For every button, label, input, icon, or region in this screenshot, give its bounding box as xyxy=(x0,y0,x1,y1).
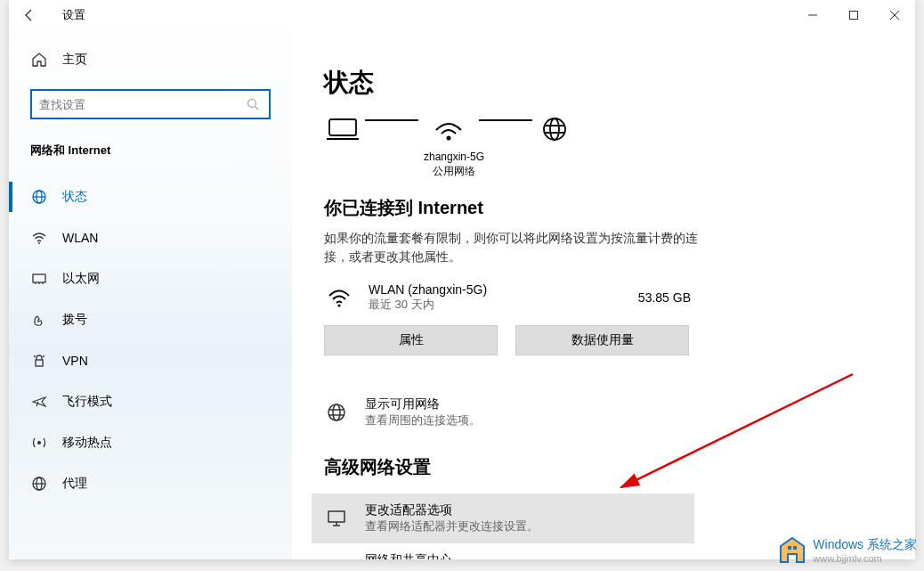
svg-point-13 xyxy=(34,355,36,357)
device-icon xyxy=(324,114,361,144)
svg-point-26 xyxy=(337,305,340,307)
sidebar-nav: 状态 WLAN 以太网 拨号 VPN xyxy=(9,176,292,504)
proxy-icon xyxy=(30,476,48,492)
minimize-button[interactable] xyxy=(792,0,833,30)
svg-point-27 xyxy=(328,404,344,420)
watermark-url: www.bjjmlv.com xyxy=(813,553,917,564)
sidebar-item-hotspot[interactable]: 移动热点 xyxy=(9,422,292,463)
watermark-text: Windows 系统之家 www.bjjmlv.com xyxy=(813,537,917,564)
body: 主页 网络和 Internet 状态 WLAN xyxy=(9,30,915,559)
svg-rect-19 xyxy=(329,119,356,135)
sidebar-item-label: 代理 xyxy=(62,476,87,492)
wifi-node-icon xyxy=(422,114,475,144)
dialup-icon xyxy=(30,312,48,328)
watermark: Windows 系统之家 www.bjjmlv.com xyxy=(777,535,917,566)
monitor-icon xyxy=(324,508,349,529)
titlebar: 设置 xyxy=(9,0,915,30)
sidebar-item-label: 移动热点 xyxy=(62,435,112,451)
home-icon xyxy=(30,52,48,68)
wlan-usage-row: WLAN (zhangxin-5G) 最近 30 天内 53.85 GB xyxy=(324,282,698,313)
sidebar-item-dialup[interactable]: 拨号 xyxy=(9,299,292,340)
wlan-period: 最近 30 天内 xyxy=(369,297,624,313)
search-wrap xyxy=(9,89,292,119)
watermark-brand: Windows 系统之家 xyxy=(813,537,917,553)
connector-line xyxy=(479,119,532,121)
main-content: 状态 zhangxin-5G 公用网络 你已连接到 Internet 如果 xyxy=(292,30,915,559)
svg-point-21 xyxy=(447,136,451,141)
sidebar-item-proxy[interactable]: 代理 xyxy=(9,463,292,504)
settings-window: 设置 主页 xyxy=(9,0,915,559)
sidebar: 主页 网络和 Internet 状态 WLAN xyxy=(9,30,292,559)
sidebar-item-label: WLAN xyxy=(62,231,98,245)
svg-rect-31 xyxy=(328,511,344,522)
network-caption: zhangxin-5G 公用网络 xyxy=(324,150,584,178)
page-title: 状态 xyxy=(324,66,883,100)
home-button[interactable]: 主页 xyxy=(9,46,292,73)
wlan-usage-amount: 53.85 GB xyxy=(638,290,691,305)
hotspot-icon xyxy=(30,435,48,451)
sidebar-item-label: 以太网 xyxy=(62,271,100,287)
sidebar-item-label: 拨号 xyxy=(62,312,87,328)
sidebar-item-wlan[interactable]: WLAN xyxy=(9,217,292,258)
maximize-button[interactable] xyxy=(833,0,874,30)
network-icon xyxy=(324,558,349,559)
wifi-icon xyxy=(324,287,354,308)
connector-line xyxy=(365,119,418,121)
globe-icon xyxy=(324,402,349,423)
back-button[interactable] xyxy=(9,0,50,30)
svg-rect-1 xyxy=(850,12,858,20)
window-title: 设置 xyxy=(62,7,85,23)
sidebar-item-ethernet[interactable]: 以太网 xyxy=(9,258,292,299)
sidebar-section-label: 网络和 Internet xyxy=(9,143,292,159)
svg-point-14 xyxy=(43,355,45,357)
close-icon xyxy=(890,11,899,20)
wlan-info: WLAN (zhangxin-5G) 最近 30 天内 xyxy=(369,282,624,313)
data-usage-button[interactable]: 数据使用量 xyxy=(515,325,689,355)
svg-rect-39 xyxy=(793,546,797,550)
wifi-icon xyxy=(30,230,48,246)
globe-icon xyxy=(536,114,573,144)
link-text: 网络和共享中心 根据所连接到的网络，决定要共享的内容。 xyxy=(365,552,585,559)
network-name: zhangxin-5G xyxy=(324,150,584,164)
sidebar-item-status[interactable]: 状态 xyxy=(9,176,292,217)
watermark-logo-icon xyxy=(777,535,807,566)
wlan-name: WLAN (zhangxin-5G) xyxy=(369,282,624,297)
airplane-icon xyxy=(30,394,48,410)
sidebar-item-label: 状态 xyxy=(62,189,87,205)
search-input[interactable] xyxy=(39,98,244,111)
button-row: 属性 数据使用量 xyxy=(324,325,883,355)
close-button[interactable] xyxy=(874,0,915,30)
arrow-left-icon xyxy=(22,8,36,22)
svg-rect-12 xyxy=(36,360,43,366)
window-controls xyxy=(792,0,915,30)
maximize-icon xyxy=(849,11,858,20)
svg-point-28 xyxy=(333,404,340,420)
show-networks-link[interactable]: 显示可用网络 查看周围的连接选项。 xyxy=(312,387,883,437)
svg-rect-38 xyxy=(788,546,791,550)
search-box[interactable] xyxy=(30,89,271,119)
sidebar-item-label: 飞行模式 xyxy=(62,394,112,410)
sharing-title: 网络和共享中心 xyxy=(365,552,585,559)
show-networks-title: 显示可用网络 xyxy=(365,396,481,412)
minimize-icon xyxy=(808,11,817,20)
svg-rect-8 xyxy=(33,274,45,282)
ethernet-icon xyxy=(30,271,48,287)
svg-point-22 xyxy=(544,118,565,140)
home-label: 主页 xyxy=(62,52,87,68)
network-type: 公用网络 xyxy=(324,164,584,178)
adapter-options-link[interactable]: 更改适配器选项 查看网络适配器并更改连接设置。 xyxy=(312,494,694,543)
svg-point-7 xyxy=(38,242,40,244)
sidebar-item-airplane[interactable]: 飞行模式 xyxy=(9,381,292,422)
connected-desc: 如果你的流量套餐有限制，则你可以将此网络设置为按流量计费的连接，或者更改其他属性… xyxy=(324,229,698,266)
sidebar-item-label: VPN xyxy=(62,354,88,368)
svg-point-23 xyxy=(550,118,559,140)
search-icon xyxy=(244,98,262,110)
svg-line-3 xyxy=(255,107,259,110)
link-text: 更改适配器选项 查看网络适配器并更改连接设置。 xyxy=(365,502,539,534)
adapter-desc: 查看网络适配器并更改连接设置。 xyxy=(365,518,539,534)
advanced-heading: 高级网络设置 xyxy=(324,455,883,479)
connected-heading: 你已连接到 Internet xyxy=(324,196,883,220)
status-icon xyxy=(30,189,48,205)
sidebar-item-vpn[interactable]: VPN xyxy=(9,340,292,381)
properties-button[interactable]: 属性 xyxy=(324,325,498,355)
